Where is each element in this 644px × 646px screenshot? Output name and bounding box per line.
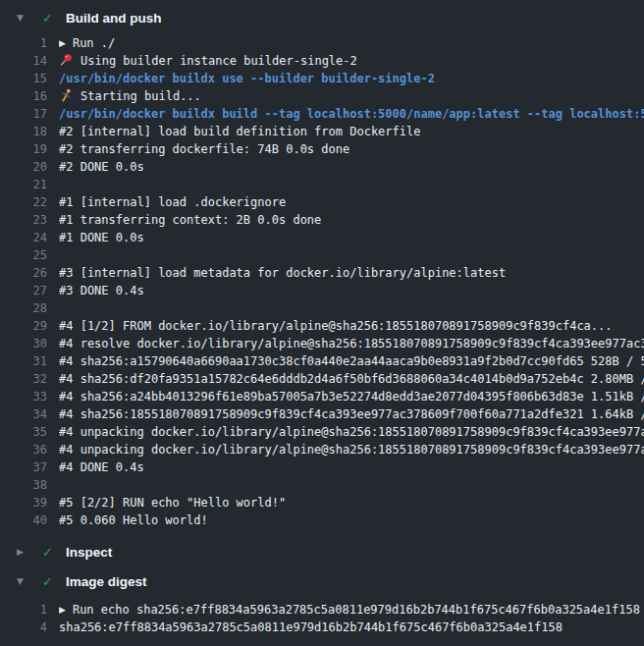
line-number-link[interactable]: 34 [0,405,47,423]
success-check-icon: ✓ [42,12,56,25]
line-number-link[interactable]: 36 [0,441,47,458]
line-number-link[interactable]: 21 [0,176,47,193]
log-line: 33#4 sha256:a24bb4013296f61e89ba57005a7b… [0,388,644,405]
line-number-link[interactable]: 35 [0,423,47,441]
step-title: Build and push [66,11,162,26]
line-number-link[interactable]: 17 [0,105,47,123]
success-check-icon: ✓ [42,546,56,559]
log-text: #4 unpacking docker.io/library/alpine@sh… [59,441,644,458]
line-number-link[interactable]: 4 [0,619,47,636]
log-text: #4 unpacking docker.io/library/alpine@sh… [59,423,644,441]
log-text: #2 [internal] load build definition from… [59,123,420,140]
line-number-link[interactable]: 37 [0,458,47,476]
log-text: sha256:e7ff8834a5963a2785c5a0811e979d16b… [59,619,563,636]
log-line: 16Starting build... [0,87,644,105]
chevron-down-icon: ▼ [17,14,27,23]
line-number-link[interactable]: 22 [0,193,47,211]
log-text: ▶Run ./ [59,34,115,52]
success-check-icon: ✓ [42,575,56,588]
line-number-link[interactable]: 29 [0,317,47,335]
runner-icon [59,88,73,102]
step-header-image-digest[interactable]: ▼✓Image digest [0,570,644,592]
log-text: #2 transferring dockerfile: 74B 0.0s don… [59,140,349,158]
log-text: #5 [2/2] RUN echo "Hello world!" [59,494,286,511]
log-line: 36#4 unpacking docker.io/library/alpine@… [0,441,644,458]
log-text: #1 DONE 0.0s [59,229,144,246]
log-line: 25 [0,246,644,264]
line-number-link[interactable]: 40 [0,511,47,529]
log-line: 31#4 sha256:a15790640a6690aa1730c38cf0a4… [0,352,644,370]
log-text: #2 DONE 0.0s [59,158,144,176]
log-text: ▶Run echo sha256:e7ff8834a5963a2785c5a08… [59,601,640,619]
log-line: 38 [0,476,644,494]
command-log-text: /usr/bin/docker buildx build --tag local… [59,105,644,123]
log-line: 24#1 DONE 0.0s [0,229,644,246]
log-text: #4 [1/2] FROM docker.io/library/alpine@s… [59,317,613,335]
log-line: 26#3 [internal] load metadata for docker… [0,264,644,282]
chevron-down-icon: ▼ [17,577,27,586]
log-line: 34#4 sha256:185518070891758909c9f839cf4c… [0,405,644,423]
line-number-link[interactable]: 1 [0,34,47,52]
log-line: 14Using builder instance builder-single-… [0,52,644,70]
log-text: #4 sha256:185518070891758909c9f839cf4ca3… [59,405,644,423]
log-line: 18#2 [internal] load build definition fr… [0,123,644,140]
expand-run-icon[interactable]: ▶ [59,601,66,619]
line-number-link[interactable]: 14 [0,52,47,70]
line-number-link[interactable]: 27 [0,282,47,299]
line-number-link[interactable]: 38 [0,476,47,494]
log-text: Using builder instance builder-single-2 [59,52,357,70]
line-number-link[interactable]: 28 [0,299,47,317]
log-line: 30#4 resolve docker.io/library/alpine@sh… [0,335,644,352]
log-line: 32#4 sha256:df20fa9351a15782c64e6dddb2d4… [0,370,644,388]
log-line: 15/usr/bin/docker buildx use --builder b… [0,70,644,87]
log-text: #4 sha256:a24bb4013296f61e89ba57005a7b3e… [59,388,644,405]
log-text: #1 transferring context: 2B 0.0s done [59,211,321,229]
line-number-link[interactable]: 19 [0,140,47,158]
workflow-log: ▼✓Build and push1▶Run ./14Using builder … [0,0,644,636]
log-line: 22#1 [internal] load .dockerignore [0,193,644,211]
line-number-link[interactable]: 30 [0,335,47,352]
line-number-link[interactable]: 1 [0,601,47,619]
log-line: 29#4 [1/2] FROM docker.io/library/alpine… [0,317,644,335]
log-line: 20#2 DONE 0.0s [0,158,644,176]
log-text: #4 DONE 0.4s [59,458,144,476]
expand-run-icon[interactable]: ▶ [59,34,66,52]
line-number-link[interactable]: 15 [0,70,47,87]
log-line: 21 [0,176,644,193]
log-text: #5 0.060 Hello world! [59,511,208,529]
log-line: 37#4 DONE 0.4s [0,458,644,476]
log-line: 17/usr/bin/docker buildx build --tag loc… [0,105,644,123]
line-number-link[interactable]: 24 [0,229,47,246]
line-number-link[interactable]: 26 [0,264,47,282]
chevron-right-icon: ▶ [17,548,27,557]
log-line: 1▶Run ./ [0,34,644,52]
log-line: 19#2 transferring dockerfile: 74B 0.0s d… [0,140,644,158]
log-text: #4 sha256:df20fa9351a15782c64e6dddb2d4a6… [59,370,644,388]
log-text: #4 resolve docker.io/library/alpine@sha2… [59,335,644,352]
log-line: 40#5 0.060 Hello world! [0,511,644,529]
log-line: 4sha256:e7ff8834a5963a2785c5a0811e979d16… [0,619,644,636]
line-number-link[interactable]: 23 [0,211,47,229]
step-section-inspect: ▶✓Inspect [0,541,644,563]
step-log-body: 1▶Run echo sha256:e7ff8834a5963a2785c5a0… [0,601,644,636]
step-header-build-and-push[interactable]: ▼✓Build and push [0,7,644,28]
log-text: #3 [internal] load metadata for docker.i… [59,264,506,282]
line-number-link[interactable]: 33 [0,388,47,405]
log-line: 39#5 [2/2] RUN echo "Hello world!" [0,494,644,511]
log-text: #1 [internal] load .dockerignore [59,193,286,211]
log-text: #4 sha256:a15790640a6690aa1730c38cf0a440… [59,352,644,370]
line-number-link[interactable]: 25 [0,246,47,264]
line-number-link[interactable]: 16 [0,87,47,105]
step-title: Inspect [66,545,112,560]
step-title: Image digest [66,574,147,589]
step-header-inspect[interactable]: ▶✓Inspect [0,541,644,563]
line-number-link[interactable]: 32 [0,370,47,388]
pushpin-icon [59,53,73,67]
line-number-link[interactable]: 39 [0,494,47,511]
log-line: 1▶Run echo sha256:e7ff8834a5963a2785c5a0… [0,601,644,619]
line-number-link[interactable]: 31 [0,352,47,370]
line-number-link[interactable]: 20 [0,158,47,176]
line-number-link[interactable]: 18 [0,123,47,140]
step-section-image-digest: ▼✓Image digest1▶Run echo sha256:e7ff8834… [0,570,644,636]
log-line: 27#3 DONE 0.4s [0,282,644,299]
